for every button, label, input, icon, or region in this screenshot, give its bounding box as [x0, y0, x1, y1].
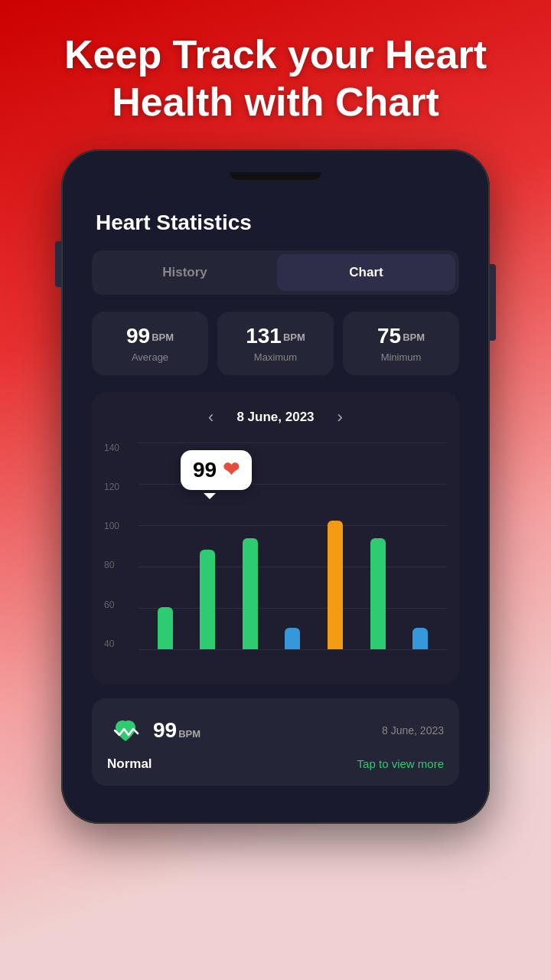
chart-prev-button[interactable]: ‹ [201, 404, 221, 430]
chart-bars [139, 443, 447, 649]
heart-rate-icon [107, 712, 144, 749]
y-label-40: 40 [104, 639, 119, 649]
bar-4 [285, 628, 300, 649]
app-header-title: Keep Track your Heart Health with Chart [0, 0, 551, 142]
y-label-120: 120 [104, 482, 119, 492]
y-label-100: 100 [104, 521, 119, 531]
tab-history[interactable]: History [96, 254, 274, 291]
stat-maximum-value: 131BPM [227, 324, 324, 348]
chart-area: 140 120 100 80 60 40 [104, 443, 447, 672]
tap-to-view-more-button[interactable]: Tap to view more [357, 757, 444, 770]
y-label-60: 60 [104, 599, 119, 610]
tab-chart[interactable]: Chart [277, 254, 455, 291]
bar-6 [370, 538, 386, 649]
bottom-footer: Normal Tap to view more [107, 756, 444, 772]
phone-side-button-right [490, 264, 496, 341]
bar-3 [243, 538, 258, 649]
stat-minimum-label: Minimum [352, 351, 450, 363]
stat-maximum: 131BPM Maximum [217, 312, 334, 375]
phone-mockup: Heart Statistics History Chart 99BPM Ave… [61, 149, 490, 824]
bar-1 [158, 607, 173, 649]
phone-notch [230, 172, 321, 180]
bottom-date: 8 June, 2023 [382, 724, 444, 737]
bottom-status-label: Normal [107, 756, 152, 772]
stat-maximum-label: Maximum [227, 351, 324, 363]
section-title: Heart Statistics [92, 211, 459, 235]
chart-next-button[interactable]: › [330, 404, 350, 430]
y-label-80: 80 [104, 560, 119, 570]
stat-average-label: Average [101, 351, 199, 363]
y-label-140: 140 [104, 443, 119, 453]
chart-navigation: ‹ 8 June, 2023 › [104, 404, 447, 430]
tab-bar: History Chart [92, 250, 459, 295]
stat-average-value: 99BPM [101, 324, 199, 348]
bar-2 [200, 550, 215, 649]
bar-5 [328, 521, 343, 649]
bar-7 [412, 628, 428, 649]
stat-average: 99BPM Average [92, 312, 208, 375]
bottom-reading-card: 99BPM 8 June, 2023 Normal Tap to view mo… [92, 698, 459, 786]
stat-minimum-value: 75BPM [352, 324, 450, 348]
phone-side-button-left [55, 241, 61, 287]
stats-row: 99BPM Average 131BPM Maximum 75BPM Minim… [92, 312, 459, 375]
screen-content: Heart Statistics History Chart 99BPM Ave… [77, 195, 474, 801]
chart-date: 8 June, 2023 [236, 410, 314, 425]
bottom-bpm-display: 99BPM [153, 718, 201, 743]
stat-minimum: 75BPM Minimum [343, 312, 459, 375]
chart-container: ‹ 8 June, 2023 › 140 120 100 80 60 40 [92, 392, 459, 684]
y-axis-labels: 140 120 100 80 60 40 [104, 443, 119, 649]
